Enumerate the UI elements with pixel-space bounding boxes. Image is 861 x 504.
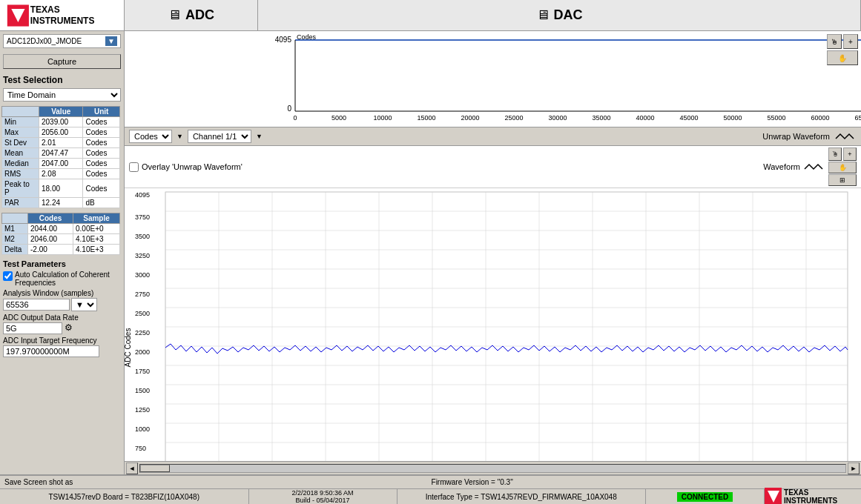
target-freq-input[interactable] bbox=[3, 345, 99, 357]
stats-value: 2047.47 bbox=[39, 148, 83, 159]
test-params-title: Test Parameters bbox=[3, 259, 121, 268]
time-domain-selector[interactable]: Time Domain bbox=[3, 88, 121, 102]
ti-logo-text: TEXAS INSTRUMENTS bbox=[30, 4, 118, 26]
svg-text:ADC Codes: ADC Codes bbox=[125, 328, 132, 368]
board-info: TSW14J57revD Board = T823BFIZ(10AX048) bbox=[48, 493, 199, 501]
scroll-right-btn[interactable]: ► bbox=[848, 462, 860, 474]
mode-selector[interactable]: ADC12DJx00_JMODE ▼ bbox=[3, 34, 121, 48]
interface-info: Interface Type = TSW14J57REVD_FIRMWARE_1… bbox=[426, 493, 617, 501]
top-chart-svg: 4095 0 0 5000 10000 15000 20000 25000 30… bbox=[125, 31, 861, 127]
stats-label: RMS bbox=[2, 169, 39, 179]
scroll-track[interactable] bbox=[139, 464, 846, 473]
stats-row: RMS2.08Codes bbox=[2, 169, 120, 179]
codes-dropdown-arrow[interactable]: ▼ bbox=[177, 133, 183, 140]
waveform-label: Waveform bbox=[763, 162, 800, 171]
svg-text:15000: 15000 bbox=[417, 114, 435, 122]
svg-text:40000: 40000 bbox=[636, 114, 654, 122]
scroll-thumb[interactable] bbox=[140, 465, 170, 472]
capture-button[interactable]: Capture bbox=[3, 54, 121, 69]
markers-table: Codes Sample M12044.000.00E+0M22046.004.… bbox=[1, 213, 120, 255]
mode-dropdown-arrow[interactable]: ▼ bbox=[105, 36, 117, 46]
stats-unit: Codes bbox=[83, 127, 120, 138]
stats-value: 2047.00 bbox=[39, 159, 83, 169]
svg-text:2500: 2500 bbox=[135, 310, 150, 317]
pan-tool-btn[interactable]: ✋ bbox=[827, 50, 858, 65]
svg-text:2750: 2750 bbox=[135, 291, 150, 298]
svg-text:65000: 65000 bbox=[854, 114, 861, 122]
target-freq-label: ADC Input Target Frequency bbox=[3, 336, 121, 345]
marker-label: M1 bbox=[2, 224, 28, 234]
stats-label: St Dev bbox=[2, 138, 39, 148]
interface-section: Interface Type = TSW14J57REVD_FIRMWARE_1… bbox=[397, 489, 647, 504]
stats-label: Max bbox=[2, 127, 39, 138]
save-screenshot-label: Save Screen shot as bbox=[4, 478, 73, 486]
adc-tab-label[interactable]: ADC bbox=[185, 7, 214, 23]
svg-text:3250: 3250 bbox=[135, 252, 150, 259]
marker-codes: 2046.00 bbox=[28, 234, 73, 245]
stats-value: 2039.00 bbox=[39, 117, 83, 127]
bottom-reset-btn[interactable]: ⊞ bbox=[828, 174, 857, 186]
status-bar: Save Screen shot as Firmware Version = "… bbox=[0, 474, 861, 504]
stats-unit: Codes bbox=[83, 117, 120, 127]
overlay-checkbox[interactable] bbox=[129, 162, 139, 172]
svg-text:1250: 1250 bbox=[135, 406, 150, 414]
marker-sample: 0.00E+0 bbox=[73, 224, 120, 234]
zoom-in-btn[interactable]: + bbox=[843, 34, 858, 49]
time-domain-select[interactable]: Time Domain bbox=[3, 88, 121, 102]
svg-text:0: 0 bbox=[287, 105, 291, 113]
firmware-version: Firmware Version = "0.3" bbox=[88, 478, 857, 486]
codes-select[interactable]: Codes bbox=[129, 130, 172, 143]
cursor-tool-btn[interactable]: 🖱 bbox=[827, 34, 842, 49]
stats-label: Mean bbox=[2, 148, 39, 159]
svg-text:25000: 25000 bbox=[504, 114, 523, 122]
target-freq-row bbox=[3, 345, 121, 357]
svg-text:3750: 3750 bbox=[135, 213, 150, 221]
stats-row: Max2056.00Codes bbox=[2, 127, 120, 138]
auto-calc-label: Auto Calculation of Coherent Frequencies bbox=[15, 271, 121, 287]
dac-tab-label[interactable]: DAC bbox=[554, 7, 583, 23]
bottom-cursor-btn[interactable]: 🖱 bbox=[828, 147, 842, 161]
marker-row: M12044.000.00E+0 bbox=[2, 224, 120, 234]
stats-value: 12.24 bbox=[39, 198, 83, 208]
top-chart-area: 4095 0 0 5000 10000 15000 20000 25000 30… bbox=[125, 31, 861, 127]
data-rate-input[interactable] bbox=[3, 322, 62, 334]
auto-calc-row: Auto Calculation of Coherent Frequencies bbox=[3, 271, 121, 287]
channel-dropdown-arrow[interactable]: ▼ bbox=[256, 133, 263, 140]
analysis-window-row: ▼ bbox=[3, 298, 121, 311]
bottom-zoomin-btn[interactable]: + bbox=[843, 147, 857, 161]
scrollbar-area: ◄ ► bbox=[125, 461, 861, 474]
main-chart-area: 4095 3750 3500 3250 3000 2750 2500 2250 … bbox=[125, 188, 861, 461]
stats-table: Value Unit Min2039.00CodesMax2056.00Code… bbox=[1, 106, 120, 208]
marker-codes: -2.00 bbox=[28, 245, 73, 255]
connected-badge: CONNECTED bbox=[677, 492, 733, 502]
svg-text:35000: 35000 bbox=[592, 114, 610, 122]
stats-row: Median2047.00Codes bbox=[2, 159, 120, 169]
marker-codes: 2044.00 bbox=[28, 224, 73, 234]
svg-text:4095: 4095 bbox=[275, 36, 292, 44]
stats-value: 2056.00 bbox=[39, 127, 83, 138]
analysis-window-select[interactable]: ▼ bbox=[71, 298, 97, 311]
waveform-icon bbox=[803, 162, 825, 172]
build-value: Build - 05/04/2017 bbox=[295, 497, 349, 504]
stats-label: Min bbox=[2, 117, 39, 127]
stats-unit: Codes bbox=[83, 148, 120, 159]
svg-text:60000: 60000 bbox=[811, 114, 829, 122]
svg-text:1750: 1750 bbox=[135, 368, 150, 375]
ti-name-bottom: TEXAS INSTRUMENTS bbox=[784, 488, 861, 504]
test-selection-label: Test Selection bbox=[3, 75, 121, 85]
analysis-window-label: Analysis Window (samples) bbox=[3, 289, 121, 297]
stats-row: Mean2047.47Codes bbox=[2, 148, 120, 159]
marker-col-sample: Sample bbox=[73, 213, 120, 224]
gear-icon[interactable]: ⚙ bbox=[65, 322, 76, 334]
svg-text:2000: 2000 bbox=[135, 348, 150, 356]
svg-text:750: 750 bbox=[135, 445, 146, 452]
channel-select[interactable]: Channel 1/1 bbox=[188, 130, 251, 143]
analysis-window-input[interactable] bbox=[3, 299, 70, 311]
left-panel: ADC12DJx00_JMODE ▼ Capture Test Selectio… bbox=[0, 31, 125, 474]
bottom-pan-btn[interactable]: ✋ bbox=[828, 162, 857, 173]
ti-logo: TEXAS INSTRUMENTS bbox=[0, 0, 125, 30]
auto-calc-checkbox[interactable] bbox=[3, 271, 13, 281]
scroll-left-btn[interactable]: ◄ bbox=[126, 462, 138, 474]
stats-label: Peak to P bbox=[2, 179, 39, 198]
main-chart-svg: 4095 3750 3500 3250 3000 2750 2500 2250 … bbox=[125, 188, 861, 461]
